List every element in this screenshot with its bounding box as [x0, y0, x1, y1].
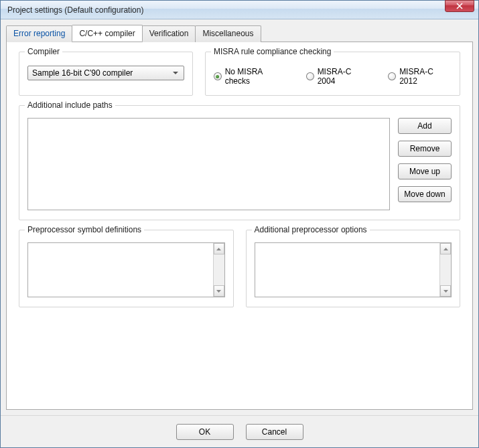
radio-icon: [306, 72, 314, 80]
close-icon: [456, 3, 463, 9]
radio-misra-2004[interactable]: MISRA-C 2004: [306, 67, 370, 86]
scroll-up-icon[interactable]: [440, 243, 451, 254]
radio-label: MISRA-C 2012: [399, 67, 452, 86]
tab-strip: Error reporting C/C++ compiler Verificat…: [6, 25, 473, 42]
compiler-select-value: Sample 16-bit C'90 compiler: [32, 68, 133, 78]
tab-error-reporting[interactable]: Error reporting: [6, 25, 72, 42]
tab-verification[interactable]: Verification: [142, 25, 196, 42]
tab-miscellaneous[interactable]: Miscellaneous: [195, 25, 261, 42]
preproc-defs-wrap: [27, 242, 225, 297]
preproc-opts-group: Additional preprocessor options: [246, 230, 461, 307]
tab-cpp-compiler[interactable]: C/C++ compiler: [72, 25, 142, 42]
project-settings-dialog: Project settings (Default configuration)…: [0, 0, 479, 448]
preproc-row: Preprocessor symbol definitions Addition…: [19, 230, 460, 307]
scroll-up-icon[interactable]: [214, 243, 224, 254]
top-row: Compiler Sample 16-bit C'90 compiler MIS…: [19, 52, 460, 96]
compiler-group: Compiler Sample 16-bit C'90 compiler: [19, 52, 193, 96]
scroll-down-icon[interactable]: [440, 285, 451, 297]
tab-panel-cpp-compiler: Compiler Sample 16-bit C'90 compiler MIS…: [6, 42, 473, 410]
compiler-legend: Compiler: [25, 47, 62, 56]
window-title: Project settings (Default configuration): [7, 5, 474, 15]
radio-icon: [388, 72, 396, 80]
misra-radio-row: No MISRA checks MISRA-C 2004 MISRA-C 201…: [214, 67, 452, 86]
move-down-button[interactable]: Move down: [398, 186, 452, 202]
scroll-down-icon[interactable]: [214, 285, 224, 297]
preproc-opts-wrap: [255, 242, 452, 297]
preproc-defs-group: Preprocessor symbol definitions: [19, 230, 234, 307]
misra-group: MISRA rule compliance checking No MISRA …: [205, 52, 460, 96]
ok-button[interactable]: OK: [176, 424, 234, 440]
add-button[interactable]: Add: [398, 118, 452, 134]
include-paths-list[interactable]: [27, 118, 390, 210]
misra-legend: MISRA rule compliance checking: [211, 47, 334, 56]
scrollbar[interactable]: [213, 243, 224, 297]
dialog-content: Error reporting C/C++ compiler Verificat…: [1, 19, 478, 415]
spacer: [19, 317, 460, 400]
preproc-opts-legend: Additional preprocessor options: [252, 225, 370, 234]
preproc-defs-legend: Preprocessor symbol definitions: [25, 225, 144, 234]
radio-no-misra[interactable]: No MISRA checks: [214, 67, 287, 86]
include-paths-body: Add Remove Move up Move down: [27, 118, 452, 210]
close-button[interactable]: [445, 0, 474, 12]
compiler-select[interactable]: Sample 16-bit C'90 compiler: [27, 66, 184, 80]
radio-misra-2012[interactable]: MISRA-C 2012: [388, 67, 452, 86]
preproc-defs-input[interactable]: [28, 243, 213, 297]
preproc-opts-input[interactable]: [255, 243, 440, 297]
dialog-button-bar: OK Cancel: [1, 415, 478, 447]
titlebar: Project settings (Default configuration): [1, 1, 478, 19]
include-paths-buttons: Add Remove Move up Move down: [398, 118, 452, 210]
include-paths-legend: Additional include paths: [25, 100, 115, 110]
radio-label: No MISRA checks: [225, 67, 287, 86]
cancel-button[interactable]: Cancel: [246, 424, 303, 440]
remove-button[interactable]: Remove: [398, 141, 452, 157]
radio-icon: [214, 72, 222, 80]
move-up-button[interactable]: Move up: [398, 163, 452, 179]
chevron-down-icon: [170, 68, 181, 78]
radio-label: MISRA-C 2004: [318, 67, 370, 86]
scrollbar[interactable]: [439, 243, 451, 297]
include-paths-group: Additional include paths Add Remove Move…: [19, 105, 460, 220]
